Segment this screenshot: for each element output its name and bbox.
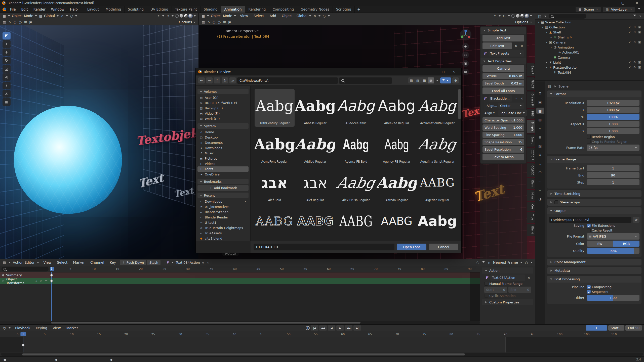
sidebar-list-item[interactable]: ▢ Desktop ×: [197, 135, 249, 140]
next-keyframe-button[interactable]: ▶▶: [345, 325, 352, 331]
edit-text-button[interactable]: Edit Text: [482, 42, 512, 49]
menu-item[interactable]: View: [41, 259, 54, 266]
properties-tab[interactable]: △: [536, 125, 544, 132]
properties-tab[interactable]: ◠: [536, 169, 544, 176]
navigation-gizmo[interactable]: [460, 29, 471, 40]
jump-to-start-button[interactable]: |◀: [311, 325, 318, 331]
hide-eye-icon[interactable]: ⊙: [633, 61, 637, 64]
font-item[interactable]: AABG: [255, 204, 295, 241]
expander-icon[interactable]: ▸: [549, 36, 553, 38]
section-system[interactable]: System: [197, 123, 249, 129]
menu-item[interactable]: Edit: [19, 6, 31, 13]
filename-input[interactable]: ITCBLKAD.TTF: [254, 244, 394, 250]
panel-output-header[interactable]: Output: [547, 207, 641, 214]
menu-item[interactable]: Channel: [88, 259, 107, 266]
font-item[interactable]: Aabg Agency FB Regular: [377, 127, 417, 165]
menu-item[interactable]: Object: [279, 13, 296, 19]
sidebar-list-item[interactable]: ▱ Downloads ×: [197, 199, 249, 204]
panel-color-management-header[interactable]: Color Management: [547, 259, 641, 265]
workspace-tab[interactable]: Sculpting: [125, 6, 147, 13]
mode-selector[interactable]: Object Mode: [11, 14, 34, 18]
close-button[interactable]: ×: [630, 0, 644, 6]
properties-tab[interactable]: ▥: [536, 116, 544, 123]
remove-text-icon[interactable]: ×: [519, 43, 524, 48]
shading-solid-icon[interactable]: [180, 14, 183, 18]
outliner-row[interactable]: ▾ ▣ Camera ✓ ⊙ ▣: [535, 40, 644, 45]
grid-toggle-icon[interactable]: ⊞: [23, 20, 28, 25]
camera-toggle-icon[interactable]: ▣: [28, 20, 33, 25]
viewport-tool-button[interactable]: ↻: [3, 57, 11, 64]
sidebar-list-item[interactable]: ↓ Downloads ×: [197, 145, 249, 151]
show-gizmo-icon[interactable]: ⌖: [156, 14, 161, 18]
panel-time-stretching-header[interactable]: Time Stretching: [547, 190, 641, 197]
menu-item[interactable]: Keying: [33, 325, 50, 331]
settings-gear-icon[interactable]: ⚙: [452, 77, 459, 83]
stereoscopy-checkbox[interactable]: [554, 200, 558, 204]
add-bookmark-button[interactable]: + Add Bookmark: [197, 185, 249, 191]
panel-post-processing-header[interactable]: Post Processing: [547, 276, 641, 283]
cancel-button[interactable]: Cancel: [429, 244, 458, 250]
aspect-x-field[interactable]: 1.000: [587, 121, 639, 127]
snap-magnet-icon[interactable]: ∩: [487, 260, 492, 265]
proportional-icon[interactable]: ○: [524, 260, 529, 265]
exclude-checkbox-icon[interactable]: ✓: [629, 40, 632, 44]
viewport-tool-button[interactable]: ⌖: [3, 40, 11, 48]
sidebar-addon-tab[interactable]: Energ: [527, 134, 535, 147]
expander-icon[interactable]: ▾: [549, 46, 553, 49]
panel-frame-range-header[interactable]: Frame Range: [547, 156, 641, 163]
shading-rendered-icon[interactable]: [525, 14, 529, 18]
properties-tab[interactable]: ⚙: [536, 90, 544, 97]
menu-item[interactable]: Window: [48, 6, 67, 13]
exclude-checkbox-icon[interactable]: ✓: [629, 30, 632, 34]
action-datablock-field[interactable]: Text.084Action: [490, 275, 525, 281]
panel-header-simple-text[interactable]: Simple Text: [480, 27, 526, 34]
hide-eye-icon[interactable]: ⊙: [633, 30, 637, 34]
panel-header-text-properties[interactable]: Text Properties: [480, 58, 526, 64]
options-menu[interactable]: Options: [515, 20, 529, 24]
disable-render-icon[interactable]: ▣: [638, 25, 642, 29]
color-bw-button[interactable]: BW: [587, 241, 613, 247]
font-selector[interactable]: Blackadde...: [489, 95, 512, 102]
minimize-button[interactable]: –: [602, 0, 616, 6]
blender-menu-icon[interactable]: [3, 8, 6, 11]
menu-item[interactable]: Marker: [64, 325, 81, 331]
panel-stereoscopy-header[interactable]: Stereoscopy: [547, 199, 641, 206]
line-spacing-field[interactable]: Line Spacing1.000: [482, 132, 524, 138]
sidebar-list-item[interactable]: ▱ BlenderRender ×: [197, 215, 249, 220]
browse-output-folder-icon[interactable]: ▱: [633, 217, 639, 223]
manual-frame-range-checkbox[interactable]: [484, 282, 488, 286]
character-spacing-field[interactable]: Character Spacing1.000: [482, 117, 525, 123]
timeline-current-frame-chip[interactable]: 1: [20, 332, 26, 336]
sidebar-addon-tab[interactable]: Mixa: [527, 190, 535, 201]
outliner-row[interactable]: ▾ ◔ Animation ✓ ⊙ ▣: [535, 45, 644, 50]
menu-item[interactable]: Add: [267, 13, 279, 19]
outliner-filter-icon[interactable]: [632, 14, 637, 19]
panel-custom-properties-header[interactable]: Custom Properties: [482, 299, 533, 305]
disable-render-icon[interactable]: ▣: [638, 66, 642, 69]
frame-end-field[interactable]: 90: [587, 172, 639, 178]
channel-mute-icon[interactable]: ○: [35, 279, 38, 283]
workspace-tab[interactable]: Rendering: [245, 6, 269, 13]
unlink-action-icon[interactable]: ×: [527, 275, 531, 280]
outliner-row[interactable]: ▾ ▦ Scene Collection ✓ ⊙ ▣: [535, 20, 644, 25]
section-recent[interactable]: Recent: [197, 193, 249, 198]
properties-tab[interactable]: ▣: [536, 99, 544, 105]
camera-button[interactable]: Camera: [482, 65, 524, 72]
orientation-selector[interactable]: Global: [44, 14, 55, 18]
open-font-file-icon[interactable]: ▱: [513, 96, 518, 101]
font-item[interactable]: אבג Alef Bold: [255, 166, 295, 204]
file-extensions-checkbox[interactable]: [587, 224, 591, 228]
sidebar-list-item[interactable]: ▸ Videos ×: [197, 161, 249, 166]
add-workspace-button[interactable]: +: [355, 7, 363, 11]
forward-icon[interactable]: →: [206, 77, 213, 83]
word-spacing-field[interactable]: Word Spacing1.000: [482, 124, 524, 131]
sidebar-list-item[interactable]: ▦ Pictures ×: [197, 156, 249, 161]
sidebar-list-item[interactable]: ◎ BD-RE-Laufwerk (D:) ×: [197, 100, 249, 106]
render-region-checkbox[interactable]: [587, 135, 591, 139]
resolution-x-field[interactable]: 1920 px: [587, 100, 639, 106]
dialog-minimize-button[interactable]: –: [428, 69, 438, 75]
path-field[interactable]: C:\Windows\Fonts\: [237, 77, 338, 84]
extrude-field[interactable]: Extrude0.065 m: [482, 73, 524, 79]
timeline-editor-icon[interactable]: ◔: [2, 326, 7, 330]
font-item[interactable]: Aabg AcclamationItal Regular: [417, 89, 457, 127]
